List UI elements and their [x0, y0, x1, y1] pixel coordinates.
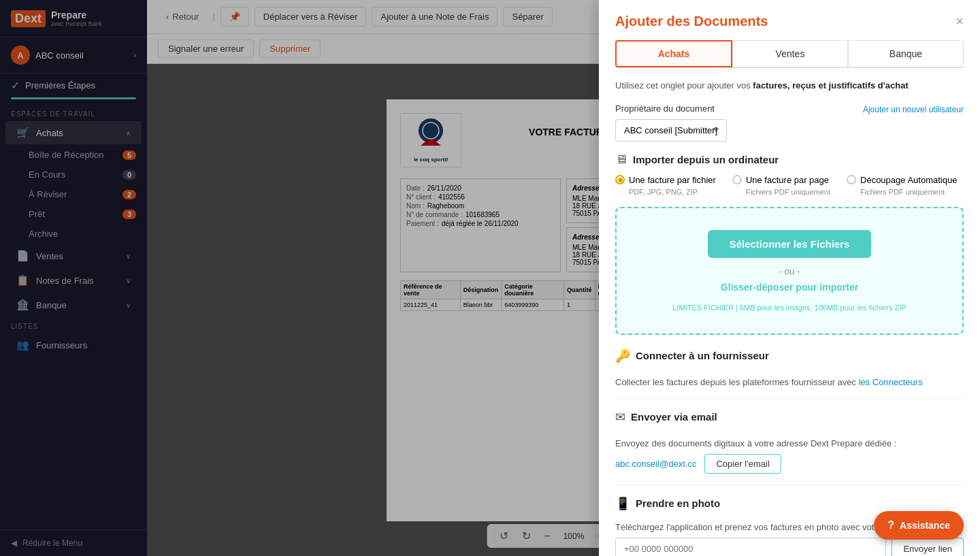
radio-one-per-file[interactable] [615, 175, 625, 184]
tab-banque[interactable]: Banque [848, 40, 964, 67]
panel-close-button[interactable]: × [956, 14, 964, 29]
import-section-title: Importer depuis un ordinateur [633, 154, 779, 165]
radio-auto-split[interactable] [847, 175, 856, 184]
tab-achats[interactable]: Achats [615, 40, 732, 67]
key-icon: 🔑 [615, 348, 630, 363]
phone-icon: 📱 [615, 496, 630, 511]
panel-title: Ajouter des Documents [615, 14, 768, 29]
panel-header: Ajouter des Documents × [599, 0, 980, 40]
one-per-file-sub: PDF, JPG, PNG, ZIP [629, 188, 716, 196]
add-user-link[interactable]: Ajouter un nouvel utilisateur [863, 105, 964, 114]
email-row: abc.conseil@dext.cc Copier l'email [615, 454, 964, 474]
option-one-per-page[interactable]: Une facture par page [732, 175, 830, 185]
connect-section-header: 🔑 Connecter à un fournisseur [615, 348, 964, 363]
owner-select[interactable]: ABC conseil [Submitter] [615, 119, 727, 142]
one-per-page-sub: Fichiers PDF uniquement [746, 188, 830, 196]
owner-field-label: Propriétaire du document [615, 103, 715, 114]
email-section-title: Envoyer via email [631, 411, 717, 423]
separator-2 [615, 485, 964, 485]
connect-section-title: Connecter à un fournisseur [636, 350, 769, 361]
photo-section-title: Prendre en photo [636, 497, 720, 509]
panel-description: Utilisez cet onglet pour ajouter vos fac… [615, 79, 964, 93]
phone-row: Envoyer lien [615, 538, 964, 557]
email-section-header: ✉ Envoyer via email [615, 410, 964, 425]
auto-split-label: Découpage Automatique [860, 175, 957, 185]
tab-ventes[interactable]: Ventes [732, 40, 848, 67]
auto-split-sub: Fichiers PDF uniquement [860, 188, 957, 196]
select-files-button[interactable]: Sélectionner les Fichiers [708, 230, 872, 258]
email-description: Envoyez des documents digitaux à votre a… [615, 438, 964, 448]
add-documents-panel: Ajouter des Documents × Achats Ventes Ba… [599, 0, 980, 556]
or-text: - ou - [633, 266, 946, 276]
email-icon: ✉ [615, 410, 625, 425]
monitor-icon: 🖥 [615, 152, 627, 167]
panel-tabs: Achats Ventes Banque [615, 40, 964, 68]
option-auto-split[interactable]: Découpage Automatique [847, 175, 957, 185]
connect-description: Collecter les factures depuis les platef… [615, 377, 964, 387]
import-options: Une facture par fichier PDF, JPG, PNG, Z… [615, 175, 964, 196]
file-limits: LIMITES FICHIER | 6MB pour les images, 1… [633, 304, 946, 312]
copy-email-button[interactable]: Copier l'email [704, 454, 781, 474]
radio-one-per-page[interactable] [732, 175, 742, 184]
photo-section-header: 📱 Prendre en photo [615, 496, 964, 511]
email-address[interactable]: abc.conseil@dext.cc [615, 459, 696, 469]
one-per-page-label: Une facture par page [746, 175, 829, 185]
assistance-icon: ? [887, 519, 894, 532]
connectors-link[interactable]: les Connecteurs [859, 377, 923, 387]
assistance-button[interactable]: ? Assistance [874, 511, 964, 540]
import-section-header: 🖥 Importer depuis un ordinateur [615, 152, 964, 167]
phone-input[interactable] [615, 538, 886, 557]
drop-zone[interactable]: Sélectionner les Fichiers - ou - Glisser… [615, 207, 964, 335]
panel-body: Utilisez cet onglet pour ajouter vos fac… [599, 79, 980, 556]
option-one-per-file[interactable]: Une facture par fichier [615, 175, 716, 185]
separator-1 [615, 398, 964, 399]
drop-link[interactable]: Glisser-déposer pour importer [633, 282, 946, 293]
send-link-button[interactable]: Envoyer lien [892, 538, 964, 557]
one-per-file-label: Une facture par fichier [629, 175, 716, 185]
assistance-label: Assistance [900, 520, 950, 531]
